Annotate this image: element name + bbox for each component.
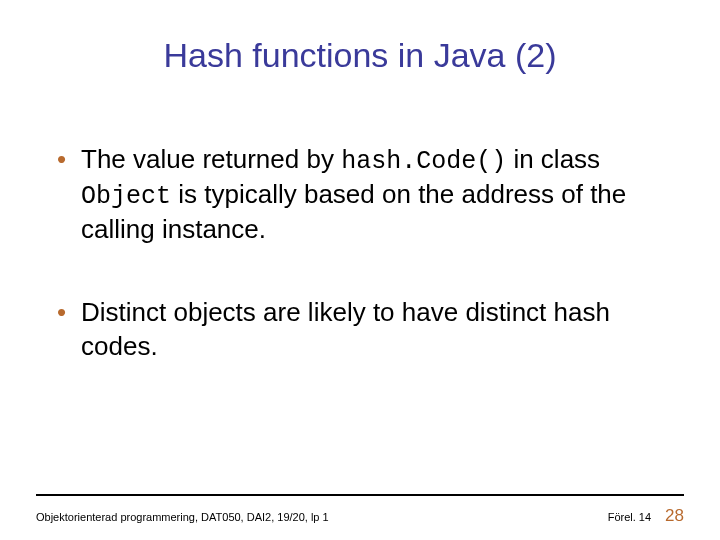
slide: Hash functions in Java (2) The value ret… xyxy=(0,0,720,540)
slide-title: Hash functions in Java (2) xyxy=(55,36,665,75)
footer-row: Objektorienterad programmering, DAT050, … xyxy=(36,506,684,526)
bullet-2-text: Distinct objects are likely to have dist… xyxy=(81,297,610,360)
footer-lecture: Förel. 14 xyxy=(608,511,651,523)
footer-left: Objektorienterad programmering, DAT050, … xyxy=(36,511,329,523)
bullet-1-pre: The value returned by xyxy=(81,144,341,174)
footer: Objektorienterad programmering, DAT050, … xyxy=(36,494,684,526)
bullet-1: The value returned by hash.Code() in cla… xyxy=(55,143,665,246)
footer-divider xyxy=(36,494,684,496)
footer-right: Förel. 14 28 xyxy=(608,506,684,526)
bullet-1-mid: in class xyxy=(506,144,600,174)
bullet-1-code1: hash.Code() xyxy=(341,147,506,176)
page-number: 28 xyxy=(665,506,684,526)
bullet-list: The value returned by hash.Code() in cla… xyxy=(55,143,665,363)
bullet-2: Distinct objects are likely to have dist… xyxy=(55,296,665,363)
bullet-1-code2: Object xyxy=(81,182,171,211)
